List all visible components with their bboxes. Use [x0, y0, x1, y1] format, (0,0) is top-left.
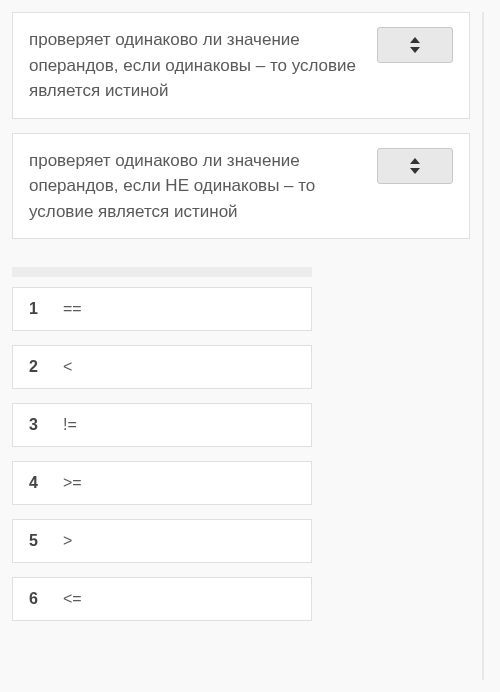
answer-select[interactable] — [377, 148, 453, 184]
question-text: проверяет одинаково ли значение операндо… — [29, 148, 365, 225]
option-number: 2 — [29, 358, 43, 376]
option-symbol: == — [63, 300, 82, 318]
option-symbol: >= — [63, 474, 82, 492]
question-card: проверяет одинаково ли значение операндо… — [12, 12, 470, 119]
option-symbol: > — [63, 532, 72, 550]
quiz-container: проверяет одинаково ли значение операндо… — [12, 12, 484, 680]
sort-icon — [409, 37, 421, 53]
option-item[interactable]: 1 == — [12, 287, 312, 331]
sort-icon — [409, 158, 421, 174]
question-card: проверяет одинаково ли значение операндо… — [12, 133, 470, 240]
option-number: 6 — [29, 590, 43, 608]
option-number: 1 — [29, 300, 43, 318]
svg-marker-1 — [410, 47, 420, 53]
option-item[interactable]: 4 >= — [12, 461, 312, 505]
answer-select[interactable] — [377, 27, 453, 63]
option-number: 5 — [29, 532, 43, 550]
option-item[interactable]: 5 > — [12, 519, 312, 563]
option-item[interactable]: 2 < — [12, 345, 312, 389]
options-header-bar — [12, 267, 312, 277]
question-text: проверяет одинаково ли значение операндо… — [29, 27, 365, 104]
option-symbol: != — [63, 416, 77, 434]
option-item[interactable]: 3 != — [12, 403, 312, 447]
svg-marker-0 — [410, 37, 420, 43]
svg-marker-3 — [410, 168, 420, 174]
svg-marker-2 — [410, 158, 420, 164]
option-symbol: <= — [63, 590, 82, 608]
option-number: 3 — [29, 416, 43, 434]
option-symbol: < — [63, 358, 72, 376]
option-number: 4 — [29, 474, 43, 492]
options-area: 1 == 2 < 3 != 4 >= 5 > 6 <= — [12, 267, 312, 621]
option-item[interactable]: 6 <= — [12, 577, 312, 621]
